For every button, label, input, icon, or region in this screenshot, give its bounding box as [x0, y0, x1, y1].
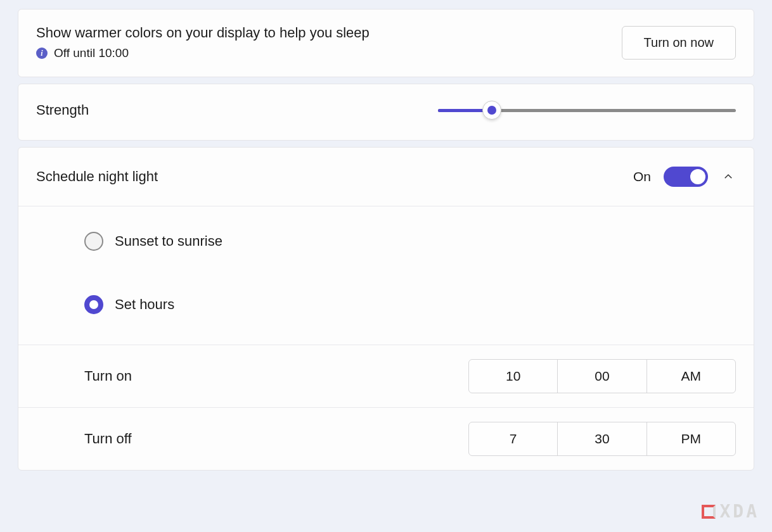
strength-slider[interactable] [438, 103, 736, 118]
slider-thumb[interactable] [482, 101, 501, 120]
turn-off-label: Turn off [84, 431, 132, 447]
schedule-options: Sunset to sunrise Set hours [18, 206, 754, 345]
turn-on-row: Turn on 10 00 AM [18, 345, 754, 408]
watermark-logo-icon [702, 505, 716, 519]
expand-collapse-button[interactable] [721, 169, 736, 184]
night-light-header-text: Show warmer colors on your display to he… [36, 25, 370, 60]
schedule-card: Schedule night light On Sunset to sunris… [18, 147, 754, 471]
night-light-header-card: Show warmer colors on your display to he… [18, 9, 754, 77]
schedule-toggle-label: On [633, 169, 651, 184]
chevron-up-icon [723, 171, 734, 182]
turn-on-hour[interactable]: 10 [469, 360, 558, 393]
schedule-toggle[interactable] [664, 167, 708, 187]
turn-on-time-picker[interactable]: 10 00 AM [468, 359, 736, 393]
watermark: XDA [702, 501, 759, 522]
turn-off-row: Turn off 7 30 PM [18, 408, 754, 470]
toggle-knob [690, 169, 705, 184]
turn-on-label: Turn on [84, 368, 132, 384]
radio-row-sunset[interactable]: Sunset to sunrise [84, 232, 736, 251]
schedule-header[interactable]: Schedule night light On [18, 148, 754, 206]
radio-sethours[interactable] [84, 295, 103, 314]
night-light-status-line: i Off until 10:00 [36, 46, 370, 60]
turn-on-minute[interactable]: 00 [558, 360, 647, 393]
radio-sunset[interactable] [84, 232, 103, 251]
radio-sunset-label: Sunset to sunrise [115, 233, 222, 250]
schedule-title: Schedule night light [36, 168, 158, 185]
turn-on-period[interactable]: AM [647, 360, 735, 393]
info-icon: i [36, 48, 48, 59]
radio-sethours-label: Set hours [115, 296, 174, 313]
night-light-status: Off until 10:00 [54, 46, 129, 60]
strength-card: Strength [18, 84, 754, 141]
night-light-title: Show warmer colors on your display to he… [36, 25, 370, 41]
turn-on-now-button[interactable]: Turn on now [622, 26, 736, 60]
strength-label: Strength [36, 102, 89, 118]
radio-row-sethours[interactable]: Set hours [84, 295, 736, 314]
turn-off-time-picker[interactable]: 7 30 PM [468, 422, 736, 456]
turn-off-period[interactable]: PM [647, 422, 735, 455]
watermark-text: XDA [719, 501, 759, 522]
turn-off-hour[interactable]: 7 [469, 422, 558, 455]
turn-off-minute[interactable]: 30 [558, 422, 647, 455]
